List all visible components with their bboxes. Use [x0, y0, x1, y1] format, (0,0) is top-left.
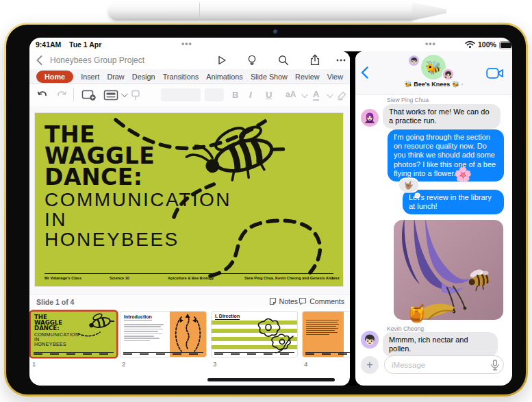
- font-color-button[interactable]: A: [313, 90, 319, 101]
- messages-app: 🐝 👦🏻 👧🏻 🐝 Bee's Knees 🐝 ›: [355, 51, 512, 386]
- play-icon[interactable]: [216, 54, 228, 66]
- new-slide-icon[interactable]: [81, 89, 97, 101]
- member-avatar-top: 👦🏻: [409, 55, 419, 66]
- member-avatar-top-emoji: 👦🏻: [410, 58, 418, 64]
- tab-insert[interactable]: Insert: [81, 73, 99, 81]
- thumbnail-1-number: 1: [32, 360, 36, 368]
- search-icon[interactable]: [277, 54, 290, 66]
- slide-status-row: Slide 1 of 4 Notes Comments: [29, 294, 350, 309]
- member-avatar-bottom-emoji: 👧🏻: [444, 71, 452, 78]
- font-color-chevron-icon[interactable]: [327, 91, 333, 98]
- more-icon[interactable]: [335, 54, 347, 66]
- tab-design[interactable]: Design: [132, 73, 155, 81]
- thumbnail-strip: THE WAGGLE DANCE: COMMUNICATION IN HONEY…: [29, 308, 350, 375]
- dictation-mic-icon[interactable]: [491, 360, 499, 370]
- apple-pencil-body: [108, 2, 412, 21]
- avatar-kevin-emoji: 👦🏻: [364, 334, 375, 345]
- thumb2-footer: [123, 352, 203, 355]
- layout-icon[interactable]: [103, 89, 118, 101]
- back-icon[interactable]: [36, 55, 42, 65]
- sender-label-kevin: Kevin Cheong: [387, 325, 424, 332]
- facetime-video-icon[interactable]: [486, 68, 504, 79]
- layout-chevron-icon[interactable]: [121, 90, 128, 97]
- thumb3-title: I. Direction: [215, 314, 240, 320]
- battery-icon: [499, 41, 512, 49]
- redo-icon[interactable]: [55, 89, 68, 101]
- comments-button[interactable]: Comments: [299, 297, 344, 305]
- notes-button[interactable]: Notes: [269, 297, 298, 305]
- thumb1-sub-line3: HONEYBEES: [34, 342, 79, 347]
- thumb1-bee-doodle: [77, 313, 115, 338]
- status-time: 9:41AM: [36, 40, 61, 49]
- share-icon[interactable]: [309, 54, 321, 66]
- tab-view[interactable]: View: [327, 73, 343, 81]
- thumbnail-slide-1[interactable]: THE WAGGLE DANCE: COMMUNICATION IN HONEY…: [31, 312, 116, 357]
- underline-button[interactable]: U: [266, 90, 272, 100]
- apple-pencil: [108, 2, 445, 21]
- tab-home[interactable]: Home: [36, 71, 73, 83]
- messages-header: 🐝 👦🏻 👧🏻 🐝 Bee's Knees 🐝 ›: [355, 51, 512, 95]
- ipad-screen: 9:41AM Tue 1 Apr ••• ••• 100%: [29, 38, 512, 386]
- font-size-button[interactable]: aA: [286, 90, 296, 99]
- tab-transitions[interactable]: Transitions: [163, 73, 199, 81]
- message-bubble-sent-1[interactable]: I'm going through the section on resourc…: [388, 129, 504, 181]
- italic-button[interactable]: I: [249, 90, 252, 100]
- messages-back-icon[interactable]: [361, 66, 368, 79]
- bold-button[interactable]: B: [232, 90, 238, 100]
- right-pane-handle[interactable]: •••: [425, 39, 436, 49]
- home-indicator[interactable]: [207, 378, 335, 381]
- thumbnail-3-number: 3: [213, 360, 216, 368]
- thumbnail-4-number: 4: [304, 360, 307, 368]
- thumbnail-slide-3[interactable]: I. Direction: [212, 312, 297, 357]
- tab-draw[interactable]: Draw: [107, 73, 124, 81]
- ipad-device: 9:41AM Tue 1 Apr ••• ••• 100%: [4, 23, 528, 397]
- thumb3-footer: [214, 352, 294, 355]
- left-pane-handle[interactable]: •••: [181, 39, 192, 49]
- tab-slide-show[interactable]: Slide Show: [251, 73, 288, 81]
- thumbnail-slide-2[interactable]: Introduction: [121, 312, 206, 357]
- highlight-icon[interactable]: [336, 89, 349, 101]
- slide-subtitle: COMMUNICATION IN HONEYBEES: [45, 190, 231, 249]
- tapback-reaction[interactable]: 🤟🏽: [399, 179, 418, 192]
- slide-1-editor[interactable]: THE WAGGLE DANCE: COMMUNICATION IN HONEY…: [35, 113, 343, 286]
- font-size-field[interactable]: [205, 88, 224, 101]
- message-bubble-received-2[interactable]: Mmmm, rich nectar and pollen.: [383, 332, 498, 357]
- footer-subject: Apiculture & Bee Biology: [168, 276, 214, 280]
- flower-sticker[interactable]: 🌸: [454, 166, 472, 183]
- lightbulb-icon[interactable]: [246, 54, 258, 66]
- group-avatar[interactable]: 🐝: [421, 55, 446, 79]
- status-date: Tue 1 Apr: [69, 40, 101, 49]
- battery-percent: 100%: [478, 40, 496, 49]
- avatar-siew-emoji: 🧕🏻: [364, 112, 375, 123]
- notes-label: Notes: [279, 297, 298, 305]
- thumb1-footer: [34, 352, 114, 355]
- status-bar: 9:41AM Tue 1 Apr ••• ••• 100%: [29, 38, 512, 51]
- undo-icon[interactable]: [36, 89, 49, 101]
- thumb1-sub-line1: COMMUNICATION: [34, 332, 79, 337]
- split-view: Honeybees Group Project: [29, 51, 512, 386]
- add-attachment-button[interactable]: +: [361, 356, 379, 374]
- thumb2-diagram-panel: [170, 312, 206, 357]
- avatar-kevin: 👦🏻: [361, 331, 379, 349]
- slide-title-line-3: DANCE:: [45, 166, 155, 188]
- thumbnail-slide-4[interactable]: [303, 312, 350, 357]
- powerpoint-app: Honeybees Group Project: [29, 51, 350, 386]
- message-bubble-received-1[interactable]: That works for me! We can do a practice …: [383, 104, 501, 129]
- ipad-bezel: 9:41AM Tue 1 Apr ••• ••• 100%: [6, 25, 526, 394]
- slide-subtitle-line-2: IN: [45, 210, 231, 229]
- imessage-input[interactable]: [384, 355, 504, 374]
- footer-class: Mr Vidanage's Class: [45, 276, 81, 280]
- slide-count-label: Slide 1 of 4: [36, 298, 74, 306]
- tab-animations[interactable]: Animations: [206, 73, 242, 81]
- front-camera: [273, 29, 278, 34]
- comments-icon: [299, 297, 307, 305]
- tab-review[interactable]: Review: [295, 73, 319, 81]
- group-name-row[interactable]: 🐝 Bee's Knees 🐝 ›: [355, 81, 512, 88]
- font-name-field[interactable]: [161, 88, 201, 101]
- thumb1-sub-line2: IN: [34, 337, 79, 342]
- honey-pot-sticker[interactable]: 🍯: [406, 303, 427, 323]
- thumb3-flower-doodles: [255, 316, 294, 354]
- pin-icon[interactable]: [129, 89, 142, 101]
- font-size-chevron-icon[interactable]: [301, 91, 308, 98]
- apple-pencil-cap-line: [199, 3, 200, 20]
